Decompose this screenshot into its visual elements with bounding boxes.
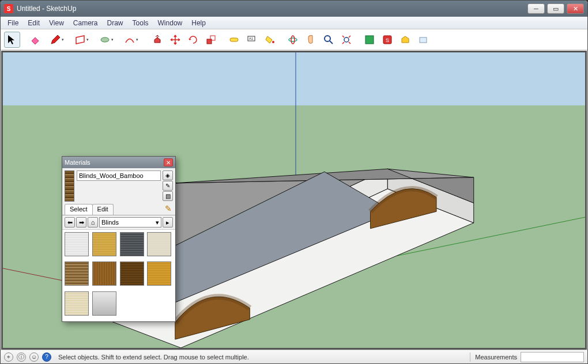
- svg-rect-1: [207, 39, 212, 44]
- materials-panel-title: Materials: [65, 159, 164, 166]
- app-icon: S: [4, 4, 13, 13]
- svg-rect-3: [230, 38, 238, 41]
- menu-camera[interactable]: Camera: [69, 18, 103, 28]
- display-secondary-pane-button[interactable]: ◈: [163, 170, 173, 180]
- measurements-input[interactable]: [521, 352, 584, 362]
- menu-help[interactable]: Help: [187, 18, 210, 28]
- 3d-viewport[interactable]: Materials ✕ ◈ ✎ ▧ Select Edit ✎ ⬅ ➡: [1, 51, 587, 350]
- materials-home-button[interactable]: ⌂: [88, 217, 98, 227]
- materials-panel-titlebar[interactable]: Materials ✕: [62, 157, 175, 168]
- status-hint-text: Select objects. Shift to extend select. …: [58, 354, 465, 361]
- select-tool[interactable]: [4, 32, 20, 48]
- circle-tool[interactable]: ▾: [95, 32, 118, 48]
- chevron-down-icon: ▾: [156, 219, 159, 226]
- svg-text:A1: A1: [249, 37, 254, 40]
- zoom-tool[interactable]: [321, 32, 337, 48]
- materials-edit-tab[interactable]: Edit: [92, 204, 114, 215]
- help-status-icon[interactable]: ?: [42, 352, 51, 362]
- svg-text:S: S: [386, 37, 389, 43]
- main-toolbar: ▾ ▾ ▾ ▾ A1 S: [1, 29, 587, 50]
- material-swatch[interactable]: [92, 261, 116, 286]
- material-swatch[interactable]: [65, 261, 89, 286]
- materials-panel-close-button[interactable]: ✕: [164, 158, 173, 166]
- menu-tools[interactable]: Tools: [128, 18, 153, 28]
- menu-file[interactable]: File: [3, 18, 23, 28]
- menu-bar: File Edit View Camera Draw Tools Window …: [1, 17, 587, 29]
- status-bar: ⌖ ⓘ ☺ ? Select objects. Shift to extend …: [1, 350, 587, 363]
- set-default-material-button[interactable]: ▧: [163, 191, 173, 201]
- create-material-button[interactable]: ✎: [163, 181, 173, 191]
- rectangle-tool[interactable]: ▾: [70, 32, 93, 48]
- material-swatch[interactable]: [147, 232, 171, 256]
- svg-point-11: [344, 37, 349, 42]
- scale-tool[interactable]: [203, 32, 219, 48]
- close-button[interactable]: ✕: [567, 3, 584, 14]
- paint-bucket-tool[interactable]: [262, 32, 278, 48]
- menu-draw[interactable]: Draw: [103, 18, 128, 28]
- menu-window[interactable]: Window: [153, 18, 187, 28]
- sample-paint-eyedropper-icon[interactable]: ✎: [165, 204, 172, 213]
- geo-location-status-icon[interactable]: ⌖: [4, 352, 13, 362]
- move-tool[interactable]: [167, 32, 183, 48]
- user-status-icon[interactable]: ☺: [29, 352, 39, 362]
- pencil-tool[interactable]: ▾: [45, 32, 68, 48]
- material-swatch[interactable]: [147, 261, 171, 286]
- menu-view[interactable]: View: [44, 18, 69, 28]
- svg-point-8: [291, 36, 295, 44]
- orbit-tool[interactable]: [285, 32, 301, 48]
- svg-rect-15: [420, 37, 427, 43]
- eraser-tool[interactable]: [27, 32, 43, 48]
- app-window: S Untitled - SketchUp ─ ▭ ✕ File Edit Vi…: [0, 0, 588, 364]
- materials-forward-button[interactable]: ➡: [76, 217, 86, 227]
- material-swatch[interactable]: [92, 291, 116, 316]
- measurements-label: Measurements: [475, 354, 517, 361]
- tape-measure-tool[interactable]: [226, 32, 242, 48]
- get-models-tool[interactable]: [361, 32, 378, 48]
- extension-warehouse-tool[interactable]: [397, 32, 413, 48]
- svg-point-7: [289, 38, 297, 41]
- materials-details-button[interactable]: ▸: [163, 217, 173, 227]
- titlebar[interactable]: S Untitled - SketchUp ─ ▭ ✕: [1, 1, 587, 17]
- material-name-input[interactable]: [77, 170, 161, 181]
- maximize-button[interactable]: ▭: [547, 3, 564, 14]
- svg-rect-12: [365, 36, 374, 44]
- material-swatch[interactable]: [65, 291, 89, 316]
- zoom-extents-tool[interactable]: [338, 32, 355, 48]
- credits-status-icon[interactable]: ⓘ: [17, 352, 26, 362]
- rotate-tool[interactable]: [185, 32, 201, 48]
- text-tool[interactable]: A1: [244, 32, 260, 48]
- menu-edit[interactable]: Edit: [23, 18, 44, 28]
- material-swatch[interactable]: [120, 261, 144, 286]
- svg-point-9: [325, 36, 330, 41]
- materials-back-button[interactable]: ⬅: [65, 217, 75, 227]
- arc-tool[interactable]: ▾: [119, 32, 142, 48]
- materials-select-tab[interactable]: Select: [65, 204, 93, 215]
- svg-point-0: [101, 37, 109, 42]
- minimize-button[interactable]: ─: [527, 3, 545, 14]
- material-swatch[interactable]: [92, 232, 116, 256]
- material-swatch[interactable]: [120, 232, 144, 256]
- materials-swatch-grid: [62, 229, 175, 321]
- material-swatch[interactable]: [65, 232, 89, 256]
- material-preview-swatch[interactable]: [65, 170, 74, 202]
- pushpull-tool[interactable]: [149, 32, 165, 48]
- materials-library-selected: Blinds: [101, 219, 119, 226]
- svg-point-6: [272, 41, 274, 43]
- warehouse-tool[interactable]: S: [379, 32, 395, 48]
- svg-line-10: [330, 41, 333, 44]
- materials-library-dropdown[interactable]: Blinds ▾: [99, 217, 161, 227]
- materials-panel[interactable]: Materials ✕ ◈ ✎ ▧ Select Edit ✎ ⬅ ➡: [62, 156, 176, 322]
- window-title: Untitled - SketchUp: [17, 5, 525, 13]
- geo-location-tool[interactable]: [415, 32, 431, 48]
- pan-tool[interactable]: [303, 32, 319, 48]
